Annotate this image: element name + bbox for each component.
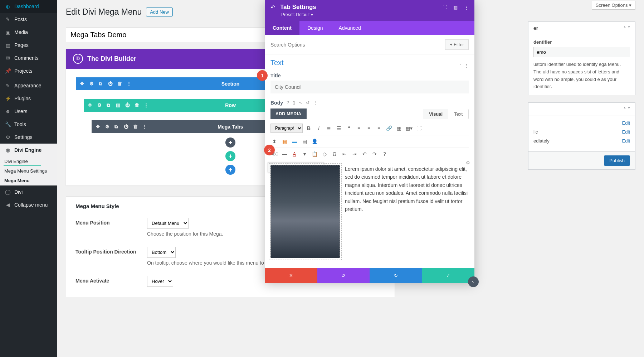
sidebar-item-tools[interactable]: 🔧Tools — [0, 118, 57, 131]
sidebar-item-appearance[interactable]: ✎Appearance — [0, 79, 57, 92]
settings-icon[interactable]: ⚙ — [466, 160, 470, 165]
more-icon[interactable]: ⋮ — [127, 81, 132, 87]
columns-icon[interactable]: ▥ — [116, 102, 122, 108]
italic-icon[interactable]: I — [315, 124, 323, 132]
chevron-up-icon[interactable]: ˄ — [624, 107, 626, 112]
back-icon[interactable]: ↶ — [270, 4, 275, 11]
indent-icon[interactable]: ⇥ — [351, 150, 358, 158]
chevron-down-icon[interactable]: ˅ — [628, 26, 630, 31]
search-options-input[interactable] — [270, 42, 389, 48]
ol-icon[interactable]: ☰ — [335, 124, 343, 132]
inserted-image[interactable] — [270, 165, 340, 258]
menu-activate-select[interactable]: Hover — [147, 276, 173, 287]
filter-button[interactable]: + Filter — [445, 39, 469, 50]
format-select[interactable]: Paragraph — [270, 124, 303, 133]
editor-visual-tab[interactable]: Visual — [423, 109, 448, 119]
editor-content-area[interactable]: ⚙ ▢ ◧ ◫ ◨ ✎ ✕ Lorem ipsum dolor sit amet… — [270, 160, 469, 258]
gear-icon[interactable]: ⚙ — [97, 102, 103, 108]
dropdown-icon[interactable]: ▾ — [301, 150, 308, 158]
redo-button[interactable]: ↻ — [370, 268, 422, 283]
divider-icon[interactable]: ▬ — [291, 138, 298, 145]
add-media-button[interactable]: ADD MEDIA — [270, 108, 307, 119]
tab-advanced[interactable]: Advanced — [331, 21, 369, 35]
duplicate-icon[interactable]: ⧉ — [107, 102, 112, 108]
sidebar-item-media[interactable]: ▣Media — [0, 26, 57, 39]
expand-icon[interactable]: ⛶ — [443, 5, 447, 10]
power-icon[interactable]: ⏻ — [108, 81, 114, 87]
tab-content[interactable]: Content — [265, 21, 299, 35]
align-right-icon[interactable]: ≡ — [375, 124, 383, 132]
publish-button[interactable]: Publish — [604, 155, 630, 166]
sidebar-item-users[interactable]: ☻Users — [0, 105, 57, 118]
shortcode-icon[interactable]: ⬍ — [270, 138, 278, 145]
layout-icon[interactable]: ▤ — [301, 138, 308, 145]
power-icon[interactable]: ⏻ — [124, 124, 130, 130]
screen-options-button[interactable]: Screen Options ▾ — [592, 1, 635, 10]
reset-icon[interactable]: ↺ — [306, 100, 309, 105]
duplicate-icon[interactable]: ⧉ — [114, 124, 120, 130]
outdent-icon[interactable]: ⇤ — [341, 150, 348, 158]
chevron-up-icon[interactable]: ˄ — [459, 63, 462, 68]
edit-link[interactable]: Edit — [622, 138, 630, 144]
metabox-publish-header[interactable]: ˄˅ — [528, 103, 635, 116]
tooltip-position-select[interactable]: Bottom — [147, 247, 176, 258]
undo-button[interactable]: ↺ — [317, 268, 370, 283]
color-blocks-icon[interactable]: ▦ — [280, 138, 288, 145]
chevron-up-icon[interactable]: ˄ — [624, 26, 626, 31]
sidebar-subitem-mega-menu[interactable]: Mega Menu — [0, 176, 57, 185]
save-button[interactable]: ✓ — [422, 268, 475, 283]
quote-icon[interactable]: ❝ — [345, 124, 353, 132]
mobile-icon[interactable]: ▯ — [293, 100, 295, 105]
help-icon[interactable]: ? — [287, 100, 289, 105]
panel-icon[interactable]: ▥ — [453, 5, 458, 10]
cancel-button[interactable]: ✕ — [265, 268, 317, 283]
duplicate-icon[interactable]: ⧉ — [99, 81, 104, 87]
more-icon[interactable]: ⋮ — [144, 102, 150, 108]
link-icon[interactable]: 🔗 — [385, 124, 393, 132]
trash-icon[interactable]: 🗑 — [133, 124, 139, 130]
add-section-button[interactable]: + — [225, 165, 235, 175]
undo-icon[interactable]: ↶ — [361, 150, 369, 158]
menu-position-select[interactable]: Default Menu — [147, 218, 189, 229]
textcolor-icon[interactable]: A — [291, 150, 298, 158]
chevron-down-icon[interactable]: ˅ — [628, 107, 630, 112]
cursor-icon[interactable]: ↖ — [299, 100, 302, 105]
add-module-button[interactable]: + — [225, 138, 235, 148]
edit-link[interactable]: Edit — [622, 129, 630, 135]
hr-icon[interactable]: — — [280, 150, 288, 158]
sidebar-item-comments[interactable]: ✉Comments — [0, 52, 57, 64]
more-icon[interactable]: ⋮ — [464, 63, 469, 68]
person-icon[interactable]: 👤 — [311, 138, 318, 145]
title-input[interactable] — [270, 81, 469, 93]
more-icon[interactable]: ⋮ — [142, 124, 148, 130]
edit-link[interactable]: Edit — [622, 120, 630, 126]
sidebar-subitem-mega-settings[interactable]: Mega Menu Settings — [0, 166, 57, 176]
more-icon[interactable]: ⋮ — [464, 5, 469, 10]
tab-design[interactable]: Design — [299, 21, 331, 35]
metabox-header[interactable]: er ˄˅ — [528, 22, 635, 35]
move-icon[interactable]: ✥ — [80, 81, 86, 87]
body-text[interactable]: Lorem ipsum dolor sit amet, consectetur … — [345, 165, 469, 258]
ul-icon[interactable]: ≣ — [325, 124, 333, 132]
gear-icon[interactable]: ⚙ — [89, 81, 95, 87]
paste-icon[interactable]: 📋 — [311, 150, 318, 158]
sidebar-item-plugins[interactable]: ⚡Plugins — [0, 92, 57, 105]
sidebar-item-settings[interactable]: ⚙Settings — [0, 131, 57, 144]
sidebar-item-projects[interactable]: 📌Projects — [0, 64, 57, 77]
align-left-icon[interactable]: ≡ — [355, 124, 363, 132]
bold-icon[interactable]: B — [305, 124, 313, 132]
gear-icon[interactable]: ⚙ — [105, 124, 111, 130]
grid-icon[interactable]: ▦ — [395, 124, 403, 132]
fullscreen-icon[interactable]: ⛶ — [415, 124, 423, 132]
add-new-button[interactable]: Add New — [146, 8, 173, 16]
clear-icon[interactable]: ◇ — [321, 150, 328, 158]
help-toolbar-icon[interactable]: ? — [381, 150, 389, 158]
power-icon[interactable]: ⏻ — [125, 102, 131, 108]
preset-label[interactable]: Preset: Default ▾ — [281, 12, 469, 17]
add-row-button[interactable]: + — [225, 151, 235, 161]
align-center-icon[interactable]: ≡ — [365, 124, 373, 132]
move-icon[interactable]: ✥ — [96, 124, 102, 130]
sidebar-item-dashboard[interactable]: ◐Dashboard — [0, 0, 57, 13]
editor-text-tab[interactable]: Text — [448, 109, 468, 119]
sidebar-item-posts[interactable]: ✎Posts — [0, 13, 57, 26]
